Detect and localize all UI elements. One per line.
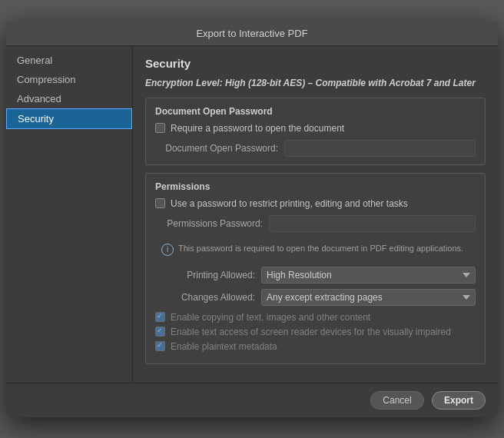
use-permissions-password-row: Use a password to restrict printing, edi… xyxy=(155,198,476,209)
cancel-button[interactable]: Cancel xyxy=(370,391,424,410)
require-password-label: Require a password to open the document xyxy=(171,123,344,134)
export-button[interactable]: Export xyxy=(432,391,486,410)
title-bar: Export to Interactive PDF xyxy=(6,22,498,46)
info-icon: i xyxy=(161,244,174,256)
main-content: Security Encryption Level: High (128-bit… xyxy=(133,46,498,383)
encryption-label: Encryption Level: High (128-bit AES) – C… xyxy=(145,78,486,88)
printing-allowed-row: Printing Allowed: High Resolution None L… xyxy=(155,267,476,284)
permissions-title: Permissions xyxy=(155,181,476,192)
doc-password-input[interactable] xyxy=(284,140,476,157)
sidebar-item-advanced[interactable]: Advanced xyxy=(6,89,132,108)
dialog-body: General Compression Advanced Security Se… xyxy=(6,46,498,383)
enable-copying-row: Enable copying of text, images and other… xyxy=(155,312,476,323)
permissions-password-input[interactable] xyxy=(269,215,476,232)
enable-copying-label: Enable copying of text, images and other… xyxy=(171,312,370,323)
enable-screen-reader-row: Enable text access of screen reader devi… xyxy=(155,327,476,337)
use-permissions-password-checkbox[interactable] xyxy=(155,198,165,208)
dialog-title: Export to Interactive PDF xyxy=(196,28,307,39)
permissions-box: Permissions Use a password to restrict p… xyxy=(145,173,486,364)
doc-password-field-label: Document Open Password: xyxy=(155,143,278,154)
sidebar-item-security[interactable]: Security xyxy=(6,108,132,129)
doc-open-password-box: Document Open Password Require a passwor… xyxy=(145,98,486,165)
printing-allowed-select[interactable]: High Resolution None Low Resolution (150… xyxy=(261,267,476,284)
doc-open-password-title: Document Open Password xyxy=(155,106,476,117)
require-password-checkbox[interactable] xyxy=(155,123,165,133)
enable-plaintext-checkbox[interactable] xyxy=(155,341,165,351)
export-dialog: Export to Interactive PDF General Compre… xyxy=(6,22,498,417)
printing-allowed-label: Printing Allowed: xyxy=(155,270,255,280)
info-row: i This password is required to open the … xyxy=(155,238,476,260)
changes-allowed-label: Changes Allowed: xyxy=(155,292,255,303)
info-text: This password is required to open the do… xyxy=(178,243,463,254)
require-password-row: Require a password to open the document xyxy=(155,123,476,134)
changes-allowed-row: Changes Allowed: Any except extracting p… xyxy=(155,289,476,306)
sidebar-item-compression[interactable]: Compression xyxy=(6,70,132,89)
sidebar: General Compression Advanced Security xyxy=(6,46,133,383)
changes-allowed-select[interactable]: Any except extracting pages None Inserti… xyxy=(261,289,476,306)
section-title: Security xyxy=(145,57,486,70)
use-permissions-password-label: Use a password to restrict printing, edi… xyxy=(171,198,408,209)
enable-screen-reader-checkbox[interactable] xyxy=(155,327,165,337)
enable-copying-checkbox[interactable] xyxy=(155,312,165,322)
permissions-password-field-row: Permissions Password: xyxy=(155,215,476,232)
enable-plaintext-row: Enable plaintext metadata xyxy=(155,341,476,352)
enable-screen-reader-label: Enable text access of screen reader devi… xyxy=(171,327,451,337)
enable-plaintext-label: Enable plaintext metadata xyxy=(171,341,277,352)
permissions-password-label: Permissions Password: xyxy=(155,218,263,229)
dialog-footer: Cancel Export xyxy=(6,383,498,417)
doc-password-field-row: Document Open Password: xyxy=(155,140,476,157)
sidebar-item-general[interactable]: General xyxy=(6,51,132,70)
